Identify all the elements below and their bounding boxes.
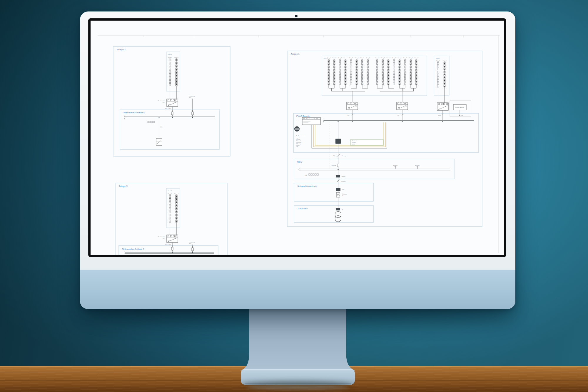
meter-label: kWh bbox=[160, 127, 162, 128]
string-label: String 2 bbox=[174, 193, 179, 195]
anlage3-title: Anlage 3 bbox=[119, 185, 128, 187]
string-label: String 7 bbox=[409, 57, 412, 59]
legend-line: 6 PE bbox=[296, 146, 298, 147]
anlage3-bus-box-title: Zählerverteiler Gebäude C bbox=[122, 248, 144, 250]
gap1-right-label: Messung bbox=[342, 155, 346, 157]
pv-string-icon bbox=[444, 62, 445, 87]
cable-label: NYY-J 5x16 bbox=[165, 244, 171, 245]
feed-label: Einspeisung bbox=[189, 242, 195, 243]
string-label: String 5 bbox=[349, 57, 353, 59]
string-label: String 3 bbox=[387, 57, 390, 59]
note-line: NH-Trennleiste bbox=[352, 140, 359, 142]
imac-stand bbox=[229, 305, 365, 392]
feed-label: Netz bbox=[189, 243, 191, 244]
nh-block-icon bbox=[335, 139, 341, 144]
feed-label: Netz bbox=[189, 97, 191, 98]
string-label: String 3 bbox=[338, 57, 342, 59]
connector-block-icon bbox=[336, 208, 340, 210]
ms-label: MS bbox=[342, 209, 343, 210]
wr-label: WR 3 bbox=[438, 115, 441, 116]
anlage1-title: Anlage 1 bbox=[291, 53, 300, 55]
trafo-title: Trafostation bbox=[298, 207, 308, 210]
outgoing-label: Abgang bbox=[342, 176, 345, 177]
tab-label: TAB bbox=[305, 175, 307, 176]
string-label: String 2 bbox=[381, 57, 385, 59]
anlage3-roof-label: Dach 1 bbox=[168, 190, 172, 192]
inverter-icon bbox=[437, 103, 448, 110]
wr-label: WR 1 bbox=[348, 115, 350, 116]
connector-block-icon bbox=[336, 188, 340, 191]
gap2-label: Übergabe bbox=[341, 181, 346, 182]
feed-label: Einspeisung bbox=[189, 96, 195, 97]
string-label: String 1 bbox=[436, 60, 440, 62]
scene: Anlage 2 Dach 1 String 1 String 2 Wechse… bbox=[0, 0, 588, 392]
pv-string-icon bbox=[176, 195, 177, 222]
legend-line: 1 Profibus bbox=[296, 139, 300, 140]
stub-label: Abgang 1 bbox=[393, 165, 398, 166]
string-label: String 2 bbox=[333, 57, 336, 59]
legend-line: 2 Netzwerk bbox=[296, 140, 301, 142]
nshv-breaker-label: NH 250A bbox=[331, 165, 336, 166]
cable-label: NYY-J 5x16 bbox=[165, 108, 171, 109]
legend-line: 4 Messung bbox=[296, 143, 301, 144]
string-label: String 1 bbox=[168, 57, 172, 58]
anlage2-bus-box-title: Zählerverteiler Gebäude A bbox=[122, 112, 145, 114]
legend-line: 5 Status bbox=[296, 145, 300, 146]
string-label: String 5 bbox=[398, 57, 401, 59]
webcam-dot bbox=[295, 15, 298, 17]
pv-string-icon bbox=[169, 58, 171, 86]
string-label: String 7 bbox=[360, 57, 364, 59]
anlage2-title: Anlage 2 bbox=[117, 48, 126, 51]
pv-string-icon bbox=[176, 58, 177, 86]
string-label: String 1 bbox=[168, 193, 172, 195]
pv-ac-sammler-title: PV AC Sammler bbox=[296, 115, 310, 117]
wr-label: WR 2 bbox=[397, 115, 400, 116]
inverter-icon bbox=[167, 235, 178, 242]
anlage2-roof-label: Dach 1 bbox=[168, 54, 172, 55]
string-label: String 8 bbox=[366, 57, 370, 59]
schematic-canvas[interactable]: Anlage 2 Dach 1 String 1 String 2 Wechse… bbox=[91, 21, 504, 255]
legend-line: 3 Steuerung bbox=[296, 142, 301, 143]
pv-string-icon bbox=[169, 195, 171, 222]
string-label: String 6 bbox=[355, 57, 358, 59]
inverter-icon bbox=[347, 102, 358, 110]
string-label: String 1 bbox=[375, 57, 379, 59]
string-label: String 6 bbox=[403, 57, 407, 59]
fuse-label: 4x bbox=[342, 195, 343, 196]
na-node bbox=[460, 115, 460, 116]
hak-label: HAK bbox=[342, 189, 345, 190]
string-label: String 1 bbox=[327, 57, 330, 59]
stand-neck bbox=[240, 305, 355, 371]
nshv-title: NSHV bbox=[297, 161, 303, 163]
note-line: 250 A bbox=[352, 144, 355, 145]
imac-chin bbox=[80, 270, 515, 309]
string-label: String 2 bbox=[174, 57, 179, 58]
string-label: String 4 bbox=[344, 57, 347, 59]
string-label: String 4 bbox=[392, 57, 396, 59]
inverter-icon bbox=[167, 99, 178, 107]
controller-title: Profibusmaster bbox=[296, 135, 305, 137]
inverter-label: Typ A bbox=[163, 102, 166, 103]
grid-connection-title: Netzanschlussschrank bbox=[298, 185, 317, 187]
note-line: 3x NH00 bbox=[352, 142, 356, 143]
pv-string-icon bbox=[437, 62, 439, 87]
inverter-label: Wechselrichter bbox=[158, 100, 166, 102]
stub-label: Abgang 2 bbox=[415, 165, 420, 166]
inverter-icon bbox=[397, 102, 408, 110]
string-label: String 8 bbox=[415, 57, 418, 59]
gap1-left-label: NAP bbox=[333, 155, 335, 157]
legend-line: Legende: bbox=[296, 137, 300, 139]
connector-block-icon bbox=[336, 175, 340, 177]
meter-icon bbox=[294, 126, 300, 132]
inverter-label: Wechselrichter bbox=[158, 236, 166, 237]
fuse-label: NH 400A bbox=[342, 194, 347, 195]
string-label: String 2 bbox=[443, 60, 446, 62]
inverter-label: Typ A bbox=[163, 238, 166, 239]
na-drop-label: NA bbox=[461, 115, 463, 116]
stand-reflection bbox=[246, 385, 349, 390]
anlage1-roof2-label: Dach 2 bbox=[436, 58, 440, 59]
na-schutz-label: Zentraler NA-Schutz bbox=[455, 107, 464, 108]
